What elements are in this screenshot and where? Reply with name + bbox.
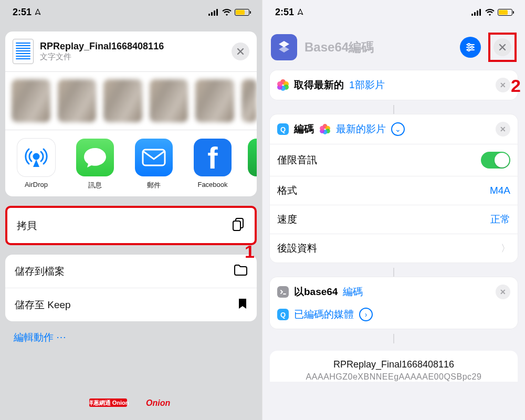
- encode-source[interactable]: 最新的影片: [336, 122, 386, 136]
- encode-header-row[interactable]: Q 編碼 最新的影片 ⌄ ✕: [270, 114, 518, 144]
- extra-app-icon: [248, 139, 257, 176]
- quick-action-icon: Q: [277, 309, 289, 320]
- svg-rect-0: [208, 14, 210, 16]
- photos-icon: [277, 79, 289, 91]
- step1-prefix: 取得最新的: [294, 78, 344, 92]
- mail-icon: [135, 139, 173, 176]
- annotation-2: 2: [511, 76, 521, 96]
- encoded-media-var[interactable]: 已編碼的媒體: [294, 308, 354, 321]
- save-to-files-row[interactable]: 儲存到檔案: [5, 255, 257, 288]
- speed-value[interactable]: 正常: [490, 213, 510, 226]
- actions-card: 儲存到檔案 儲存至 Keep: [5, 255, 257, 321]
- copy-label: 拷貝: [17, 219, 37, 233]
- svg-point-20: [468, 49, 470, 51]
- photos-icon: [320, 124, 330, 134]
- step-encode-media: Q 編碼 最新的影片 ⌄ ✕ 僅限音訊 格式 M4A 速度 正常 後設資料: [270, 114, 518, 262]
- contact-avatar[interactable]: [150, 79, 188, 122]
- status-time: 2:51: [13, 7, 41, 18]
- output-preview: RPReplay_Final1668408116 AAAAHGZ0eXBNNEE…: [270, 351, 518, 382]
- svg-rect-14: [479, 9, 481, 16]
- status-right: [471, 9, 512, 16]
- speed-label: 速度: [277, 213, 297, 226]
- app-label: Facebook: [189, 181, 236, 188]
- base64-mode[interactable]: 編碼: [343, 285, 363, 299]
- app-facebook[interactable]: f Facebook: [189, 139, 236, 190]
- cellular-icon: [208, 9, 219, 16]
- watermark: 洋蔥網通 Onion Onion: [89, 397, 173, 408]
- status-bar: 2:51: [0, 0, 262, 24]
- save-to-keep-row[interactable]: 儲存至 Keep: [5, 288, 257, 321]
- format-value[interactable]: M4A: [490, 185, 510, 196]
- app-mail[interactable]: 郵件: [130, 139, 177, 190]
- copy-action-card[interactable]: 拷貝: [5, 206, 257, 245]
- cellular-icon: [471, 9, 482, 16]
- connector-line: [393, 105, 394, 114]
- contact-avatar[interactable]: [195, 79, 234, 122]
- quick-action-icon: Q: [277, 123, 289, 135]
- svg-rect-2: [214, 10, 215, 16]
- svg-rect-12: [474, 12, 476, 16]
- facebook-icon: f: [194, 139, 232, 176]
- step-get-latest-video[interactable]: 取得最新的 1部影片 ✕: [270, 70, 518, 100]
- text-file-icon: [13, 39, 34, 64]
- audio-only-row[interactable]: 僅限音訊: [270, 144, 518, 176]
- status-time: 2:51: [275, 7, 304, 18]
- audio-only-toggle[interactable]: [481, 152, 510, 169]
- chevron-right-icon[interactable]: ›: [359, 308, 373, 321]
- share-file-type: 文字文件: [40, 52, 225, 62]
- remove-step-button[interactable]: ✕: [496, 122, 510, 136]
- share-apps-row: AirDrop 訊息 郵件 f Facebook: [5, 130, 257, 196]
- remove-step-button[interactable]: ✕: [496, 78, 510, 92]
- connector-line: [393, 334, 394, 343]
- connector-line: [393, 268, 394, 277]
- contact-avatar[interactable]: [242, 79, 257, 122]
- format-row[interactable]: 格式 M4A: [270, 176, 518, 205]
- shortcut-header: Base64編碼: [262, 24, 525, 67]
- encode-label: 編碼: [294, 122, 314, 136]
- format-label: 格式: [277, 184, 297, 197]
- base64-prefix: 以base64: [294, 285, 338, 299]
- remove-step-button[interactable]: ✕: [496, 285, 510, 299]
- status-bar: 2:51: [262, 0, 525, 24]
- share-contacts-row[interactable]: [5, 71, 257, 130]
- close-share-button[interactable]: [232, 43, 249, 60]
- copy-icon: [232, 217, 245, 234]
- svg-text:洋蔥網通 Onion: 洋蔥網通 Onion: [89, 400, 129, 406]
- svg-text:Onion: Onion: [146, 398, 170, 407]
- shortcut-title[interactable]: Base64編碼: [304, 39, 453, 56]
- chevron-down-icon[interactable]: ⌄: [391, 122, 405, 136]
- status-right: [208, 9, 249, 16]
- output-base64-data: AAAAHGZ0eXBNNEEgAAAAAE00QSBpc29: [279, 372, 508, 382]
- app-messages[interactable]: 訊息: [71, 139, 119, 190]
- edit-actions-link[interactable]: 編輯動作 ⋯: [14, 331, 248, 344]
- app-label: 訊息: [71, 181, 119, 190]
- output-file-name: RPReplay_Final1668408116: [279, 359, 508, 370]
- contact-avatar[interactable]: [12, 79, 50, 122]
- shortcut-settings-button[interactable]: [460, 37, 481, 58]
- metadata-row[interactable]: 後設資料 〉: [270, 234, 518, 262]
- svg-rect-5: [143, 150, 165, 165]
- svg-rect-1: [211, 12, 213, 16]
- app-extra[interactable]: [248, 139, 257, 190]
- svg-point-18: [468, 44, 470, 46]
- folder-icon: [234, 264, 247, 278]
- share-header: RPReplay_Final1668408116 文字文件: [5, 32, 257, 71]
- metadata-label: 後設資料: [277, 242, 317, 255]
- step-base64-encode[interactable]: 以base64 編碼 ✕ Q 已編碼的媒體 ›: [270, 277, 518, 329]
- speed-row[interactable]: 速度 正常: [270, 205, 518, 234]
- step1-count[interactable]: 1部影片: [349, 78, 385, 92]
- chevron-right-icon: 〉: [501, 242, 510, 255]
- script-icon: [277, 286, 289, 298]
- app-airdrop[interactable]: AirDrop: [13, 139, 60, 190]
- annotation-1: 1: [245, 242, 255, 262]
- close-shortcut-button[interactable]: [494, 38, 511, 56]
- contact-avatar[interactable]: [103, 79, 142, 122]
- annotation-2-box: [488, 33, 517, 62]
- svg-rect-13: [477, 10, 478, 16]
- shortcuts-app-icon: [271, 34, 297, 60]
- wifi-icon: [485, 9, 495, 16]
- wifi-icon: [222, 9, 232, 16]
- contact-avatar[interactable]: [58, 79, 97, 122]
- airdrop-icon: [17, 139, 55, 176]
- svg-rect-11: [471, 14, 473, 16]
